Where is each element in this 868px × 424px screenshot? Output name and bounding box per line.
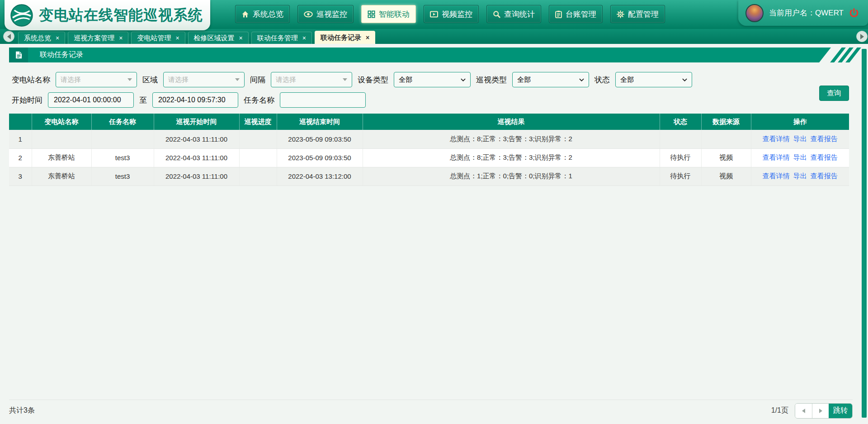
start-time-input[interactable] — [48, 92, 134, 108]
cell-actions: 查看详情导出查看报告 — [751, 167, 849, 186]
station-select-placeholder: 请选择 — [61, 76, 81, 84]
col-header-start: 巡视开始时间 — [154, 114, 239, 130]
device-type-select-value: 全部 — [399, 76, 412, 84]
prev-page-button[interactable] — [795, 404, 812, 418]
cell-progress — [239, 148, 277, 167]
cell-station — [32, 130, 91, 148]
cell-source: 视频 — [701, 167, 751, 186]
close-icon[interactable]: × — [175, 35, 179, 41]
view-report-link[interactable]: 查看报告 — [811, 135, 838, 143]
view-detail-link[interactable]: 查看详情 — [763, 153, 790, 161]
chevron-left-icon — [802, 409, 805, 413]
export-link[interactable]: 导出 — [793, 172, 807, 180]
nav-item-label: 系统总览 — [253, 9, 283, 19]
avatar[interactable] — [745, 4, 764, 22]
nav-item-label: 台账管理 — [566, 9, 596, 19]
nav-item-video-monitor[interactable]: 视频监控 — [424, 5, 479, 23]
close-icon[interactable]: × — [366, 34, 369, 41]
table-row: 1 2022-04-03 11:11:00 2023-05-09 09:03:5… — [9, 130, 849, 148]
cell-progress — [239, 167, 277, 186]
tab-linkage-task-mgmt[interactable]: 联动任务管理 × — [251, 32, 312, 44]
chevron-down-icon — [343, 78, 347, 81]
scrollbar[interactable] — [862, 49, 867, 418]
cell-start: 2022-04-03 11:11:00 — [154, 148, 239, 167]
patrol-type-filter-label: 巡视类型 — [476, 75, 507, 85]
jump-button[interactable]: 跳转 — [829, 404, 852, 418]
tab-maintenance-area[interactable]: 检修区域设置 × — [188, 32, 249, 44]
tab-scroll-left-button[interactable] — [3, 31, 14, 42]
gear-icon — [617, 10, 624, 18]
search-icon — [493, 10, 500, 18]
status-select[interactable]: 全部 — [615, 72, 692, 87]
nav-item-label: 巡视监控 — [316, 9, 347, 19]
chevron-down-icon — [579, 78, 584, 81]
col-header-station: 变电站名称 — [32, 114, 91, 130]
state-grid-logo-icon — [10, 4, 33, 27]
cell-result: 总测点：8;正常：3;告警：3;识别异常：2 — [363, 130, 660, 148]
end-time-input[interactable] — [152, 92, 238, 108]
col-header-progress: 巡视进度 — [239, 114, 277, 130]
tab-patrol-plan-mgmt[interactable]: 巡视方案管理 × — [68, 32, 128, 44]
bay-select-placeholder: 请选择 — [276, 76, 296, 84]
close-icon[interactable]: × — [119, 35, 123, 41]
patrol-type-select[interactable]: 全部 — [512, 72, 589, 87]
export-link[interactable]: 导出 — [793, 153, 807, 161]
chevron-left-icon — [7, 34, 11, 39]
tab-label: 巡视方案管理 — [74, 34, 114, 43]
content-area: 联动任务记录 变电站名称 请选择 区域 请选择 间隔 请选择 设备类型 — [0, 48, 868, 424]
cell-result: 总测点：1;正常：0;告警：0;识别异常：1 — [363, 167, 660, 186]
close-icon[interactable]: × — [302, 35, 306, 41]
close-icon[interactable]: × — [56, 35, 59, 41]
cell-task — [91, 130, 154, 148]
cell-progress — [239, 130, 277, 148]
nav-item-ledger-mgmt[interactable]: 台账管理 — [549, 5, 603, 23]
link-grid-icon — [368, 10, 375, 18]
cell-source: 视频 — [701, 148, 751, 167]
cell-task: test3 — [91, 167, 154, 186]
tab-substation-mgmt[interactable]: 变电站管理 × — [131, 32, 185, 44]
current-user-name: QWERT — [815, 9, 844, 17]
close-icon[interactable]: × — [239, 35, 243, 41]
cell-end: 2023-05-09 09:03:50 — [277, 148, 363, 167]
col-header-result: 巡视结果 — [363, 114, 660, 130]
logo-panel: 变电站在线智能巡视系统 — [5, 0, 210, 30]
top-header: 变电站在线智能巡视系统 系统总览 巡视监控 智能联动 — [0, 0, 868, 29]
station-select[interactable]: 请选择 — [56, 72, 137, 87]
nav-item-config-mgmt[interactable]: 配置管理 — [610, 5, 665, 23]
tab-linkage-task-record[interactable]: 联动任务记录 × — [315, 31, 375, 44]
nav-item-query-stats[interactable]: 查询统计 — [486, 5, 541, 23]
page-title-bar: 联动任务记录 — [9, 48, 859, 62]
view-report-link[interactable]: 查看报告 — [811, 153, 838, 161]
chevron-down-icon — [461, 78, 466, 81]
cell-station: 东善桥站 — [32, 167, 91, 186]
view-report-link[interactable]: 查看报告 — [811, 172, 838, 180]
logout-power-icon[interactable] — [849, 8, 859, 18]
video-icon — [430, 11, 438, 18]
page-title: 联动任务记录 — [40, 50, 83, 60]
area-select[interactable]: 请选择 — [163, 72, 245, 87]
task-name-label: 任务名称 — [244, 95, 274, 105]
nav-item-system-overview[interactable]: 系统总览 — [235, 5, 290, 23]
export-link[interactable]: 导出 — [793, 135, 807, 143]
nav-item-smart-linkage[interactable]: 智能联动 — [361, 5, 416, 23]
bay-select[interactable]: 请选择 — [271, 72, 352, 87]
query-button[interactable]: 查询 — [819, 86, 849, 101]
view-detail-link[interactable]: 查看详情 — [763, 172, 790, 180]
tab-label: 系统总览 — [24, 34, 51, 43]
view-detail-link[interactable]: 查看详情 — [763, 135, 790, 143]
user-panel: 当前用户名：QWERT — [738, 0, 868, 26]
cell-result: 总测点：8;正常：3;告警：3;识别异常：2 — [363, 148, 660, 167]
start-time-label: 开始时间 — [12, 95, 42, 105]
main-nav: 系统总览 巡视监控 智能联动 视频监控 — [235, 5, 665, 23]
bay-filter-label: 间隔 — [250, 75, 265, 85]
device-type-select[interactable]: 全部 — [394, 72, 471, 87]
col-header-source: 数据来源 — [701, 114, 751, 130]
tab-scroll-right-button[interactable] — [856, 31, 868, 42]
nav-item-patrol-monitor[interactable]: 巡视监控 — [297, 5, 354, 23]
tab-system-overview[interactable]: 系统总览 × — [18, 32, 65, 44]
nav-item-label: 智能联动 — [379, 9, 410, 19]
task-name-input[interactable] — [280, 92, 366, 108]
filter-panel: 变电站名称 请选择 区域 请选择 间隔 请选择 设备类型 全部 巡视类型 — [12, 72, 856, 108]
device-type-filter-label: 设备类型 — [358, 75, 388, 85]
next-page-button[interactable] — [812, 404, 829, 418]
